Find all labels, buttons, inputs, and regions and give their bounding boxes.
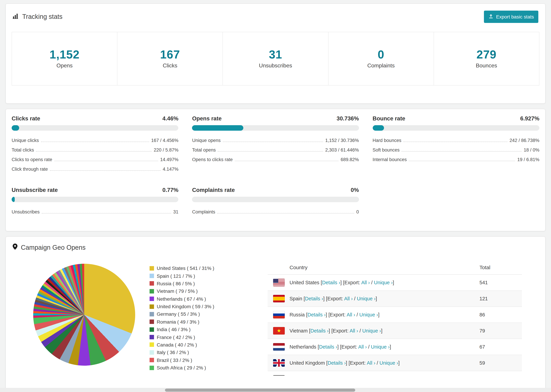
geo-pie-legend: United States ( 541 / 31% ) Spain ( 121 …: [149, 258, 268, 376]
stat-box: 167 Clicks: [117, 32, 223, 85]
country-name: Netherlands: [290, 344, 316, 350]
bracket: [: [309, 328, 311, 334]
rate-detail-label: Complaints: [192, 209, 215, 214]
legend-label: United States ( 541 / 31% ): [157, 266, 214, 271]
legend-item: South Africa ( 29 / 2% ): [149, 364, 268, 372]
total-column-header: Total: [480, 264, 516, 270]
rate-head: Bounce rate 6.927%: [373, 115, 539, 122]
bracket: ]: [326, 312, 327, 317]
legend-item: Vietnam ( 79 / 5% ): [149, 287, 268, 295]
bracket: ]: [329, 328, 330, 334]
slash: /: [377, 360, 378, 366]
dotted-leader: [36, 151, 152, 151]
legend-swatch: [149, 312, 154, 316]
country-total: 121: [480, 296, 516, 301]
export-all-link[interactable]: All ›: [344, 296, 353, 301]
rate-detail-row: Unique opens 1,152 / 30.736%: [192, 135, 359, 145]
legend-swatch: [149, 304, 154, 309]
export-basic-stats-button[interactable]: Export basic stats: [484, 11, 538, 23]
legend-swatch: [149, 289, 154, 294]
legend-item: Canada ( 40 / 2% ): [149, 341, 268, 349]
rate-detail-label: Clicks to opens rate: [12, 157, 52, 162]
rate-detail-row: Complaints 0: [192, 207, 359, 217]
export-unique-link[interactable]: Unique ›: [362, 328, 381, 334]
rate-detail-rows: Hard bounces 242 / 86.738% Soft bounces …: [373, 135, 539, 164]
rate-title: Unsubscribe rate: [12, 187, 58, 193]
stat-value: 167: [117, 48, 222, 61]
legend-swatch: [149, 335, 154, 339]
rate-detail-label: Opens to clicks rate: [192, 157, 233, 162]
details-link[interactable]: Details ›: [308, 312, 326, 317]
country-flag: [273, 359, 285, 367]
rate-section: Unsubscribe rate 0.77% Unsubscribes 31: [12, 187, 178, 217]
rate-title: Complaints rate: [192, 187, 235, 193]
rate-detail-value: 14.497%: [160, 157, 178, 162]
details-link[interactable]: Details ›: [322, 280, 340, 285]
legend-item: Italy ( 36 / 2% ): [149, 349, 268, 356]
export-all-link[interactable]: All ›: [367, 360, 375, 366]
export-all-link[interactable]: All ›: [361, 280, 370, 285]
rate-detail-label: Unique opens: [192, 138, 221, 143]
country-cell: Vietnam [Details ›] [Export: All › / Uni…: [290, 328, 480, 334]
dotted-leader: [235, 161, 339, 161]
export-all-link[interactable]: All ›: [358, 344, 367, 350]
export-all-link[interactable]: All ›: [347, 312, 355, 317]
rate-head: Opens rate 30.736%: [192, 115, 359, 122]
stat-label: Unsubscribes: [223, 63, 328, 69]
export-unique-link[interactable]: Unique ›: [357, 296, 376, 301]
dotted-leader: [223, 141, 323, 142]
geo-pie-wrap: [13, 258, 149, 376]
country-flag: [273, 311, 285, 318]
export-unique-link[interactable]: Unique ›: [371, 344, 390, 350]
legend-label: Brazil ( 33 / 2% ): [157, 357, 192, 363]
country-flag: [273, 343, 285, 351]
rate-detail-rows: Complaints 0: [192, 207, 359, 217]
rate-progress-bar: [192, 197, 359, 202]
rate-detail-value: 4.147%: [163, 166, 178, 172]
stat-value: 31: [223, 48, 328, 61]
details-link[interactable]: Details ›: [305, 296, 323, 301]
legend-label: Vietnam ( 79 / 5% ): [157, 288, 198, 294]
legend-swatch: [149, 327, 154, 332]
country-name: Spain: [290, 296, 302, 301]
bracket: [: [328, 312, 330, 317]
details-link[interactable]: Details ›: [327, 360, 346, 366]
stat-label: Bounces: [434, 63, 539, 69]
legend-swatch: [149, 274, 154, 278]
tracking-stats-header: Tracking stats Export basic stats: [6, 4, 545, 30]
geo-table-row: United States [Details ›] [Export: All ›…: [268, 275, 522, 291]
country-cell: Russia [Details ›] [Export: All › / Uniq…: [290, 312, 480, 317]
export-all-link[interactable]: All ›: [350, 328, 358, 334]
rate-section: Clicks rate 4.46% Unique clicks 167 / 4.…: [12, 115, 178, 174]
rate-head: Complaints rate 0%: [192, 187, 359, 193]
rate-detail-value: 1,152 / 30.736%: [325, 138, 359, 143]
rates-card: Clicks rate 4.46% Unique clicks 167 / 4.…: [6, 109, 545, 231]
geo-opens-pie-chart: [33, 264, 135, 366]
horizontal-scrollbar-thumb[interactable]: [165, 388, 355, 392]
export-basic-stats-label: Export basic stats: [496, 14, 534, 20]
geo-table-row: Spain [Details ›] [Export: All › / Uniqu…: [268, 291, 522, 307]
details-link[interactable]: Details ›: [311, 328, 329, 334]
geo-body: United States ( 541 / 31% ) Spain ( 121 …: [6, 258, 545, 376]
rate-detail-value: 0: [356, 209, 359, 214]
rate-detail-value: 689.82%: [341, 157, 359, 162]
legend-swatch: [149, 358, 154, 362]
dotted-leader: [42, 213, 171, 213]
bracket: ]: [323, 296, 325, 301]
legend-label: France ( 42 / 2% ): [157, 334, 195, 340]
country-cell: Netherlands [Details ›] [Export: All › /…: [290, 344, 480, 350]
stat-box: 1,152 Opens: [12, 32, 117, 85]
rate-detail-value: 31: [173, 209, 178, 214]
export-unique-link[interactable]: Unique ›: [359, 312, 378, 317]
country-flag: [273, 279, 285, 286]
tracking-stats-title-text: Tracking stats: [22, 13, 63, 21]
country-total: 59: [480, 360, 516, 366]
legend-label: India ( 46 / 3% ): [157, 327, 191, 332]
country-flag: [273, 375, 285, 376]
export-unique-link[interactable]: Unique ›: [380, 360, 398, 366]
legend-label: Spain ( 121 / 7% ): [157, 273, 195, 279]
export-label: Export:: [330, 312, 346, 317]
export-unique-link[interactable]: Unique ›: [374, 280, 393, 285]
details-link[interactable]: Details ›: [319, 344, 337, 350]
page: Tracking stats Export basic stats 1,152 …: [0, 0, 551, 392]
